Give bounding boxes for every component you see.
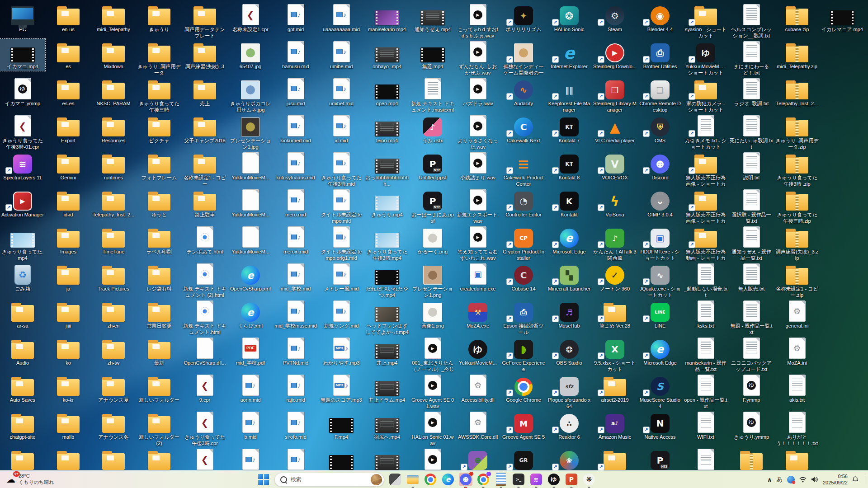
desktop-icon[interactable]: ♪うみ.ustx xyxy=(410,113,455,145)
desktop-icon[interactable]: jijii xyxy=(46,298,91,330)
desktop-icon[interactable]: 新規 テキスト ドキュメント (2).html xyxy=(182,261,227,300)
desktop-icon[interactable]: プレゼンテーション1.jpg xyxy=(228,113,273,151)
desktop-icon[interactable]: きゅうり xyxy=(137,2,182,34)
desktop-icon[interactable]: きゅうり食ってた午後3時 .zip xyxy=(774,150,820,188)
desktop-icon[interactable]: NKSC_PARAM xyxy=(91,76,136,108)
desktop-icon[interactable]: ❮きゅうり食ってた午後3時-01.cpr xyxy=(0,113,45,151)
desktop-icon[interactable]: YukkuriMovieM... xyxy=(228,150,273,182)
desktop-icon[interactable]: ♪mid_学校.mid xyxy=(273,261,318,293)
desktop-icon[interactable]: フォトフレーム xyxy=(137,150,182,182)
desktop-icon[interactable]: ↗ xyxy=(592,446,637,472)
desktop-icon[interactable]: malib xyxy=(46,409,91,441)
taskbar-powerpoint-icon[interactable]: P xyxy=(565,473,578,486)
desktop-icon[interactable]: 65407.jpg xyxy=(228,39,273,71)
desktop-icon[interactable]: teion.mp4 xyxy=(364,113,410,145)
desktop-icon[interactable]: Images xyxy=(46,224,91,256)
desktop-icon[interactable]: ▲↗VLC media player xyxy=(592,113,637,145)
desktop-icon[interactable]: 説明.txt xyxy=(729,150,774,182)
desktop-icon[interactable]: ∴↗Reaktor 6 xyxy=(547,409,592,441)
desktop-icon[interactable]: ⚙Accessibility.dll xyxy=(455,372,500,404)
desktop-icon[interactable]: 最新 xyxy=(137,335,182,367)
desktop-icon[interactable]: ゆ↗YukkuriMovieM... - ショートカット xyxy=(683,39,728,77)
desktop-icon[interactable]: Telepathy_Inst_2... xyxy=(91,187,136,219)
desktop-icon[interactable]: 名称未設定1 - コピー xyxy=(182,150,227,188)
desktop-icon[interactable]: ♪タイトル未設定.tempo.orig1.mid xyxy=(319,224,364,263)
desktop-icon[interactable]: ↗筆まめ Ver.28 xyxy=(592,298,637,330)
desktop-icon[interactable]: レジ袋有料 xyxy=(137,261,182,293)
desktop-icon[interactable]: midi_Telepathy.zip xyxy=(774,39,820,71)
desktop-icon[interactable]: ♬↗MuseHub xyxy=(547,298,592,330)
desktop-icon[interactable]: ⚙MoZA.ini xyxy=(774,335,820,367)
desktop-icon[interactable]: ゆイカマニ.ymmp xyxy=(0,76,45,108)
desktop-icon[interactable]: きゅうりボカコレ用サムネ.jpg xyxy=(228,76,273,114)
desktop-icon[interactable]: 路上駐車 xyxy=(182,187,227,219)
tray-chevron-up-icon[interactable]: ∧ xyxy=(767,476,772,483)
desktop-icon[interactable]: かるーく.png xyxy=(410,224,455,256)
desktop-icon[interactable]: 死にたい_ゅ歌詞.txt xyxy=(729,113,774,151)
desktop-icon[interactable]: Export xyxy=(46,113,91,145)
desktop-icon[interactable]: ϟ↗VoiSona xyxy=(592,187,637,219)
desktop-icon[interactable]: ja xyxy=(46,261,91,293)
desktop-icon[interactable]: 井上.mp4 xyxy=(364,335,410,367)
search-input[interactable]: 検索 xyxy=(274,473,384,487)
desktop-icon[interactable]: イカレマニア.mp4 xyxy=(820,2,865,34)
desktop-icon[interactable]: 通知うぜえ.mp4 xyxy=(410,2,455,34)
desktop-icon[interactable]: ❒↗Steinberg Library Manager xyxy=(592,76,637,114)
desktop-icon[interactable]: Telepathy_Inst_2... xyxy=(774,76,820,108)
desktop-icon[interactable]: ∿↗JQuake.exe - ショートカット xyxy=(637,261,683,300)
desktop-icon[interactable]: N↗Native Access xyxy=(637,409,683,441)
ime-indicator[interactable]: あ xyxy=(777,475,783,483)
desktop-icon[interactable]: 井上ドラム.mp4 xyxy=(364,372,410,404)
clock[interactable]: 0:56 2025/09/22 xyxy=(823,473,848,486)
desktop-icon[interactable]: ♪mid_学校muse.mid xyxy=(273,298,318,330)
desktop-icon[interactable]: manisekarin.mp4 xyxy=(364,2,410,34)
desktop-icon[interactable]: PDFmid_学校.pdf xyxy=(228,335,273,367)
desktop-icon[interactable]: きゅうり食ってた.mp4 xyxy=(0,224,45,263)
desktop-icon[interactable]: 画像1.png xyxy=(410,298,455,330)
desktop-icon[interactable]: おっhhhhhhhhhhhhh... xyxy=(364,150,410,188)
desktop-icon[interactable]: ニコニコバックアップコード.txt xyxy=(729,335,774,374)
desktop-icon[interactable]: ♪hamusu.mid xyxy=(273,39,318,71)
desktop-icon[interactable]: e↗Microsoft Edge xyxy=(637,335,683,367)
desktop-icon[interactable]: cubase.zip xyxy=(774,2,820,34)
desktop-icon[interactable]: ♪jusu.mid xyxy=(273,76,318,108)
desktop-icon[interactable]: ♪uaaaaaaaaa.mid xyxy=(319,2,364,34)
desktop-icon[interactable]: V↗VOICEVOX xyxy=(592,150,637,182)
desktop-icon[interactable]: だれだFXいれたやつ.mp4 xyxy=(364,261,410,300)
taskbar-terminal-icon[interactable]: >_ xyxy=(512,473,525,486)
desktop-icon[interactable]: ↗無人販売不正行為動画 - ショートカット xyxy=(683,224,728,263)
desktop-icon[interactable]: 新規 テキスト ドキュメント.html xyxy=(182,298,227,337)
desktop-icon[interactable]: ⛨↗CMS xyxy=(637,113,683,145)
desktop-icon[interactable]: PNT2 xyxy=(637,446,683,472)
desktop-icon[interactable]: e↗Internet Explorer xyxy=(547,39,592,71)
desktop-icon[interactable]: ↗家の防犯カメラ - ショートカット xyxy=(683,76,728,114)
taskbar-notes-app-icon[interactable] xyxy=(494,473,508,486)
desktop-icon[interactable]: ❮名称未設定1.cpr xyxy=(228,2,273,34)
desktop-icon[interactable]: F.mp4 xyxy=(319,409,364,441)
desktop-icon[interactable]: KT↗Kontakt 7 xyxy=(547,113,592,145)
desktop-icon[interactable]: ▣createdump.exe xyxy=(455,261,500,293)
desktop-icon[interactable]: ksks.txt xyxy=(683,298,728,330)
desktop-icon[interactable]: eOpenCvSharp.xml xyxy=(228,261,273,293)
desktop-icon[interactable]: ▶Groove Agent SE 01.wav xyxy=(410,372,455,411)
desktop-icon[interactable] xyxy=(683,446,728,472)
desktop-icon[interactable]: ▶パズドラ.wav xyxy=(455,76,500,108)
desktop-icon[interactable]: ▣↗HDDFMT.exe - ショートカット xyxy=(637,224,683,263)
desktop-icon[interactable]: PNT2Untitled.ppsf xyxy=(410,150,455,182)
desktop-icon[interactable]: 営業日変更 xyxy=(137,298,182,330)
desktop-icon[interactable]: きゅうり食ってた午後3時.mp4 xyxy=(364,224,410,263)
desktop-icon[interactable]: ♪新規ソング.mid xyxy=(319,298,364,330)
desktop-icon[interactable]: chatgpt-site xyxy=(0,409,45,441)
desktop-icon[interactable]: PC xyxy=(0,2,45,34)
taskbar-chrome-profile-icon[interactable] xyxy=(476,473,490,486)
desktop-icon[interactable]: ≡↗Cakewalk Product Center xyxy=(501,150,546,188)
desktop-icon[interactable]: ❂↗HALion Sonic xyxy=(547,2,592,34)
desktop-icon[interactable]: ▶よりうるさくなった.wav xyxy=(455,113,500,151)
desktop-icon[interactable]: eくらび.xml xyxy=(228,298,273,330)
desktop-icon[interactable]: ♪ xyxy=(273,446,318,472)
desktop-icon[interactable]: PNT2おーばーまにあ.ppsf xyxy=(410,187,455,225)
show-desktop-button[interactable] xyxy=(865,474,865,484)
desktop-icon[interactable]: ゆきゅうり.ymmp xyxy=(729,409,774,441)
desktop-icon[interactable]: sfz↗Plogue sforzando x64 xyxy=(547,372,592,411)
desktop-icon[interactable]: ☻↗Discord xyxy=(637,150,683,182)
